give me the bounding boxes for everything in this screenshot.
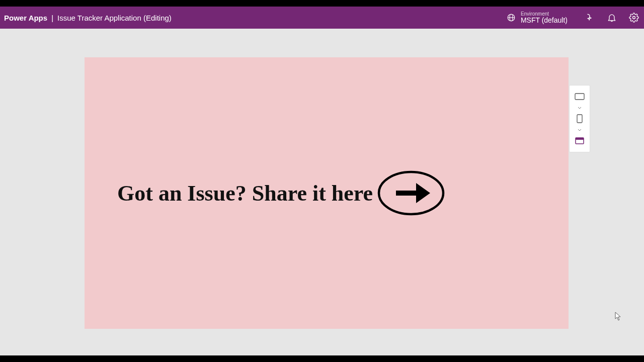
tablet-landscape-button[interactable]	[573, 89, 587, 104]
device-preview-panel	[569, 85, 590, 152]
notifications-icon[interactable]	[607, 13, 617, 23]
environment-icon	[507, 13, 516, 22]
brand-name[interactable]: Power Apps	[4, 14, 47, 22]
settings-icon[interactable]	[629, 13, 639, 23]
brand-block: Power Apps | Issue Tracker Application (…	[4, 14, 172, 22]
preview-stage: Got an Issue? Share it here	[0, 29, 644, 355]
app-canvas: Got an Issue? Share it here	[85, 57, 569, 329]
environment-label: Environment	[521, 11, 568, 17]
mouse-cursor-icon	[615, 312, 622, 323]
environment-selector[interactable]: Environment MSFT (default)	[507, 11, 568, 24]
svg-rect-7	[577, 115, 582, 123]
canvas-content-row: Got an Issue? Share it here	[117, 170, 445, 216]
svg-point-2	[633, 17, 635, 19]
app-viewport: Power Apps | Issue Tracker Application (…	[0, 7, 644, 355]
header-icon-group	[585, 13, 639, 23]
svg-rect-6	[575, 94, 584, 100]
copilot-icon[interactable]	[585, 13, 595, 23]
prompt-text: Got an Issue? Share it here	[117, 180, 373, 206]
brand-separator: |	[51, 14, 53, 22]
phone-portrait-button[interactable]	[573, 112, 587, 126]
browser-window-button[interactable]	[573, 134, 587, 148]
chevron-down-icon[interactable]	[578, 106, 582, 110]
svg-marker-5	[416, 183, 430, 203]
next-arrow-button[interactable]	[377, 170, 445, 216]
svg-rect-4	[396, 191, 417, 196]
app-header: Power Apps | Issue Tracker Application (…	[0, 7, 644, 29]
chevron-down-icon[interactable]	[578, 128, 582, 132]
app-title: Issue Tracker Application (Editing)	[57, 14, 172, 22]
letterbox-bottom	[0, 355, 644, 362]
svg-rect-9	[576, 138, 584, 140]
environment-value: MSFT (default)	[521, 17, 568, 24]
letterbox-top	[0, 0, 644, 7]
